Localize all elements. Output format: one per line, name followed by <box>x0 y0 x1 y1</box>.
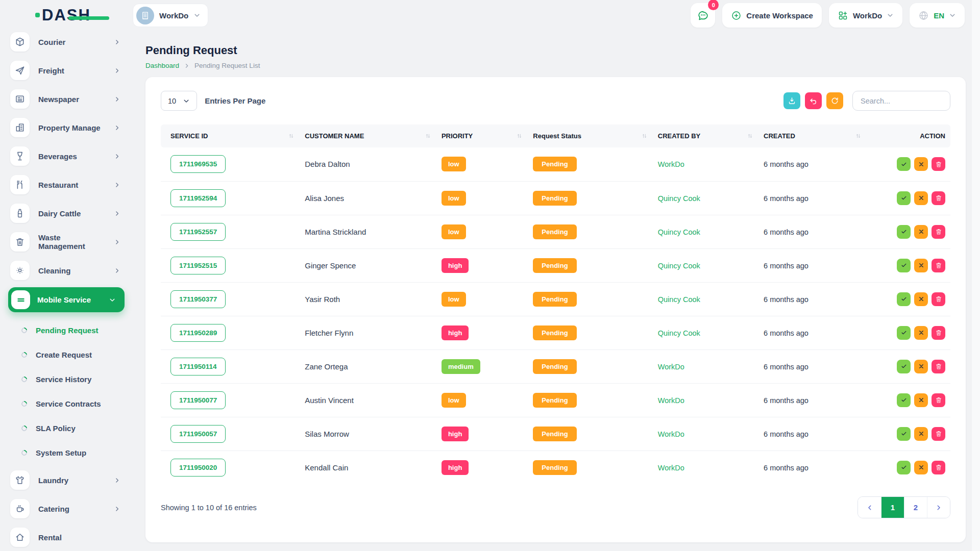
entries-per-page-select[interactable]: 10 <box>161 91 197 111</box>
reset-button[interactable] <box>805 92 822 109</box>
sort-icon[interactable] <box>747 133 753 139</box>
delete-button[interactable] <box>932 427 945 441</box>
sidebar-item-courier[interactable]: Courier <box>0 31 133 56</box>
created-by-link[interactable]: Quincy Cook <box>658 228 700 236</box>
service-id-button[interactable]: 1711950289 <box>170 324 226 342</box>
sidebar-item-cleaning[interactable]: Cleaning <box>0 256 133 285</box>
sidebar-subitem-sla-policy[interactable]: SLA Policy <box>0 416 133 440</box>
refresh-button[interactable] <box>826 92 843 109</box>
check-icon <box>900 161 908 168</box>
delete-button[interactable] <box>932 157 945 171</box>
created-by-link[interactable]: WorkDo <box>658 430 684 438</box>
pagination-prev-button[interactable] <box>858 497 881 518</box>
service-id-button[interactable]: 1711950077 <box>170 391 226 409</box>
service-id-button[interactable]: 1711952594 <box>170 189 226 207</box>
sidebar-subitem-system-setup[interactable]: System Setup <box>0 440 133 465</box>
column-header-priority[interactable]: PRIORITY <box>436 124 528 147</box>
sort-icon[interactable] <box>425 133 431 139</box>
sidebar-item-beverages[interactable]: Beverages <box>0 142 133 170</box>
delete-button[interactable] <box>932 225 945 239</box>
sidebar-item-newspaper[interactable]: Newspaper <box>0 85 133 113</box>
delete-button[interactable] <box>932 292 945 306</box>
delete-button[interactable] <box>932 461 945 474</box>
approve-button[interactable] <box>897 393 911 407</box>
column-header-customer-name[interactable]: CUSTOMER NAME <box>300 124 436 147</box>
service-id-button[interactable]: 1711950020 <box>170 459 226 477</box>
reject-button[interactable] <box>914 225 928 239</box>
sidebar-item-freight[interactable]: Freight <box>0 56 133 85</box>
approve-button[interactable] <box>897 292 911 306</box>
delete-button[interactable] <box>932 393 945 407</box>
service-id-button[interactable]: 1711952557 <box>170 223 226 241</box>
created-by-link[interactable]: WorkDo <box>658 160 684 168</box>
approve-button[interactable] <box>897 157 911 171</box>
sidebar-item-catering[interactable]: Catering <box>0 494 133 523</box>
approve-button[interactable] <box>897 259 911 272</box>
reject-button[interactable] <box>914 461 928 474</box>
sidebar-item-laundry[interactable]: Laundry <box>0 466 133 494</box>
reject-button[interactable] <box>914 191 928 205</box>
delete-button[interactable] <box>932 326 945 340</box>
approve-button[interactable] <box>897 461 911 474</box>
delete-button[interactable] <box>932 360 945 373</box>
language-selector[interactable]: EN <box>910 3 965 28</box>
sidebar-item-property-manage[interactable]: Property Manage <box>0 113 133 142</box>
sidebar-item-waste-management[interactable]: Waste Management <box>0 228 133 256</box>
sidebar-subitem-service-history[interactable]: Service History <box>0 367 133 391</box>
sidebar-subitem-service-contracts[interactable]: Service Contracts <box>0 391 133 416</box>
created-by-link[interactable]: WorkDo <box>658 363 684 371</box>
sidebar-subitem-create-request[interactable]: Create Request <box>0 342 133 367</box>
search-input[interactable] <box>852 91 950 111</box>
pagination-next-button[interactable] <box>927 497 950 518</box>
reject-button[interactable] <box>914 326 928 340</box>
sort-icon[interactable] <box>288 133 295 139</box>
created-by-link[interactable]: WorkDo <box>658 464 684 472</box>
column-header-created-by[interactable]: CREATED BY <box>653 124 758 147</box>
delete-button[interactable] <box>932 259 945 272</box>
pagination-page-2[interactable]: 2 <box>904 497 927 518</box>
sort-icon[interactable] <box>855 133 862 139</box>
pagination-page-1[interactable]: 1 <box>881 497 904 518</box>
sort-icon[interactable] <box>641 133 648 139</box>
delete-button[interactable] <box>932 191 945 205</box>
page-scrollbar[interactable] <box>972 0 980 551</box>
created-by-link[interactable]: Quincy Cook <box>658 194 700 203</box>
messages-button[interactable]: 0 <box>691 3 715 28</box>
approve-button[interactable] <box>897 427 911 441</box>
reject-button[interactable] <box>914 360 928 373</box>
brand-logo[interactable]: DASH <box>0 6 133 24</box>
approve-button[interactable] <box>897 225 911 239</box>
created-by-link[interactable]: Quincy Cook <box>658 329 700 337</box>
sidebar-item-dairy-cattle[interactable]: Dairy Cattle <box>0 199 133 228</box>
reject-button[interactable] <box>914 427 928 441</box>
created-by-link[interactable]: Quincy Cook <box>658 262 700 270</box>
approve-button[interactable] <box>897 191 911 205</box>
service-id-button[interactable]: 1711952515 <box>170 257 226 274</box>
approve-button[interactable] <box>897 360 911 373</box>
export-button[interactable] <box>783 92 800 109</box>
workspace-selector[interactable]: WorkDo <box>133 4 208 27</box>
service-id-button[interactable]: 1711950057 <box>170 425 226 443</box>
breadcrumb-dashboard-link[interactable]: Dashboard <box>145 62 179 69</box>
created-by-link[interactable]: Quincy Cook <box>658 295 700 304</box>
sidebar-item-restaurant[interactable]: Restaurant <box>0 170 133 199</box>
service-id-button[interactable]: 1711950377 <box>170 290 226 308</box>
reject-button[interactable] <box>914 393 928 407</box>
column-header-created[interactable]: CREATED <box>758 124 867 147</box>
create-workspace-button[interactable]: Create Workspace <box>722 3 822 28</box>
column-label: SERVICE ID <box>170 132 208 140</box>
reject-button[interactable] <box>914 292 928 306</box>
service-id-button[interactable]: 1711969535 <box>170 155 226 173</box>
created-by-link[interactable]: WorkDo <box>658 396 684 405</box>
column-header-request-status[interactable]: Request Status <box>528 124 652 147</box>
sidebar-item-mobile-service[interactable]: Mobile Service <box>8 287 125 312</box>
workspace-menu-button[interactable]: WorkDo <box>829 3 902 28</box>
column-header-service-id[interactable]: SERVICE ID <box>161 124 300 147</box>
sort-icon[interactable] <box>516 133 523 139</box>
approve-button[interactable] <box>897 326 911 340</box>
reject-button[interactable] <box>914 259 928 272</box>
sidebar-item-rental[interactable]: Rental <box>0 523 133 551</box>
service-id-button[interactable]: 1711950114 <box>170 358 226 375</box>
sidebar-subitem-pending-request[interactable]: Pending Request <box>0 318 133 342</box>
reject-button[interactable] <box>914 157 928 171</box>
